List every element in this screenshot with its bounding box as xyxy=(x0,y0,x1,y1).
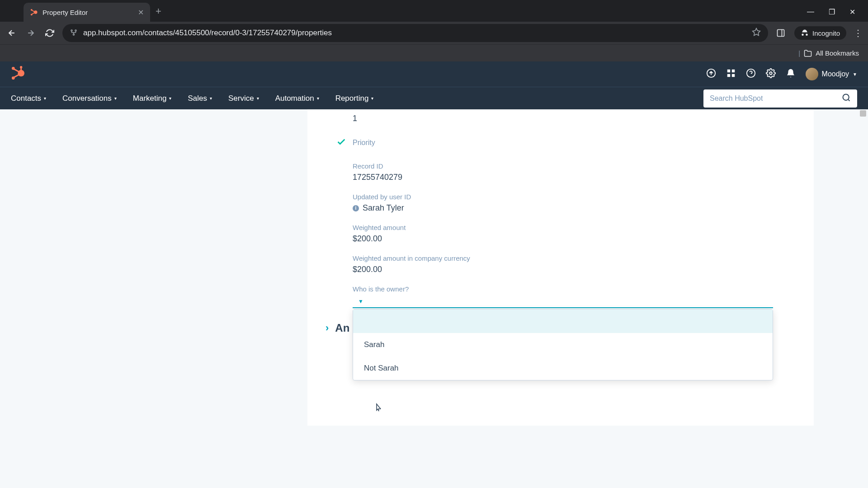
field-owner: Who is the owner? ▼ Sarah Not Sarah xyxy=(353,285,796,308)
svg-marker-6 xyxy=(753,28,760,36)
incognito-label: Incognito xyxy=(812,29,840,37)
check-icon xyxy=(336,137,346,149)
owner-dropdown-menu: Sarah Not Sarah xyxy=(353,309,773,380)
priority-label: Priority xyxy=(353,139,375,147)
hubspot-logo-icon[interactable] xyxy=(11,66,25,82)
field-record-id: Record ID 17255740279 xyxy=(353,162,796,182)
browser-chrome: Property Editor ✕ + — ❐ ✕ app.hubspot.co… xyxy=(0,0,868,61)
field-value: $200.00 xyxy=(353,265,796,274)
chevron-down-icon: ▾ xyxy=(44,96,46,101)
nav-contacts[interactable]: Contacts▾ xyxy=(11,87,54,109)
panel-icon[interactable] xyxy=(774,27,787,39)
browser-toolbar: app.hubspot.com/contacts/45105500/record… xyxy=(0,22,868,44)
forward-button[interactable] xyxy=(24,27,37,39)
svg-rect-7 xyxy=(778,30,784,37)
account-name: Moodjoy xyxy=(822,70,849,78)
nav-automation[interactable]: Automation▾ xyxy=(267,87,327,109)
svg-rect-14 xyxy=(727,70,730,72)
field-updated-by: Updated by user ID i Sarah Tyler xyxy=(353,193,796,213)
svg-point-4 xyxy=(75,30,76,31)
field-label: Weighted amount xyxy=(353,224,796,231)
incognito-badge[interactable]: Incognito xyxy=(794,26,846,40)
avatar xyxy=(806,68,818,80)
maximize-button[interactable]: ❐ xyxy=(829,8,835,16)
tab-title: Property Editor xyxy=(42,9,133,16)
chevron-down-icon: ▾ xyxy=(114,96,117,101)
app-header: Moodjoy ▼ xyxy=(0,61,868,87)
window-controls: — ❐ ✕ xyxy=(807,8,864,16)
svg-point-5 xyxy=(73,34,75,35)
properties-card: 1 Priority Record ID 17255740279 Updated… xyxy=(307,109,814,426)
reload-button[interactable] xyxy=(43,27,56,39)
field-value: $200.00 xyxy=(353,234,796,244)
search-box[interactable] xyxy=(703,89,857,108)
nav-sales[interactable]: Sales▾ xyxy=(179,87,220,109)
bookmark-star-icon[interactable] xyxy=(752,28,761,38)
svg-point-19 xyxy=(769,72,772,75)
field-value: i Sarah Tyler xyxy=(353,203,796,213)
nav-marketing[interactable]: Marketing▾ xyxy=(125,87,180,109)
svg-rect-17 xyxy=(731,74,734,77)
svg-rect-15 xyxy=(731,70,734,72)
section-title: An xyxy=(335,322,349,334)
svg-line-21 xyxy=(848,99,850,101)
priority-row[interactable]: Priority xyxy=(336,137,796,149)
url-text: app.hubspot.com/contacts/45105500/record… xyxy=(83,28,746,38)
bookmarks-bar: | All Bookmarks xyxy=(0,44,868,61)
field-weighted-amount: Weighted amount $200.00 xyxy=(353,224,796,244)
field-value: 17255740279 xyxy=(353,173,796,182)
nav-reporting[interactable]: Reporting▾ xyxy=(327,87,382,109)
svg-point-9 xyxy=(18,70,24,77)
chevron-down-icon: ▾ xyxy=(371,96,373,101)
dropdown-option-not-sarah[interactable]: Not Sarah xyxy=(353,357,773,380)
chevron-right-icon: › xyxy=(326,322,329,334)
notifications-bell-icon[interactable] xyxy=(786,68,796,80)
search-icon[interactable] xyxy=(842,93,851,104)
owner-dropdown-trigger[interactable]: ▼ xyxy=(353,296,773,308)
caret-down-icon: ▼ xyxy=(358,298,363,305)
field-label: Updated by user ID xyxy=(353,193,796,201)
tab-bar: Property Editor ✕ + — ❐ ✕ xyxy=(0,0,868,22)
svg-point-3 xyxy=(71,30,72,31)
app-nav: Contacts▾ Conversations▾ Marketing▾ Sale… xyxy=(0,87,868,109)
chevron-down-icon: ▼ xyxy=(853,72,857,77)
search-input[interactable] xyxy=(710,94,842,103)
scrollbar-thumb[interactable] xyxy=(860,110,866,117)
field-label: Who is the owner? xyxy=(353,285,796,293)
svg-point-20 xyxy=(843,94,849,100)
browser-menu-icon[interactable]: ⋮ xyxy=(854,28,863,38)
scrollbar[interactable] xyxy=(860,109,866,488)
chevron-down-icon: ▾ xyxy=(257,96,259,101)
upgrade-icon[interactable] xyxy=(706,68,716,80)
svg-rect-16 xyxy=(727,74,730,77)
field-weighted-amount-company: Weighted amount in company currency $200… xyxy=(353,254,796,274)
nav-conversations[interactable]: Conversations▾ xyxy=(54,87,125,109)
address-bar[interactable]: app.hubspot.com/contacts/45105500/record… xyxy=(62,24,768,42)
marketplace-icon[interactable] xyxy=(726,68,736,80)
field-label: Record ID xyxy=(353,162,796,170)
nav-service[interactable]: Service▾ xyxy=(220,87,267,109)
account-menu[interactable]: Moodjoy ▼ xyxy=(806,68,857,80)
new-tab-button[interactable]: + xyxy=(156,5,161,17)
folder-icon xyxy=(804,49,812,57)
field-value: 1 xyxy=(353,114,796,123)
info-icon[interactable]: i xyxy=(353,205,359,211)
field-label: Weighted amount in company currency xyxy=(353,254,796,262)
site-info-icon[interactable] xyxy=(70,28,78,38)
all-bookmarks-button[interactable]: All Bookmarks xyxy=(816,49,859,57)
help-icon[interactable] xyxy=(746,68,756,80)
close-window-button[interactable]: ✕ xyxy=(849,8,855,16)
minimize-button[interactable]: — xyxy=(807,8,814,16)
page-body: 1 Priority Record ID 17255740279 Updated… xyxy=(0,109,868,488)
chevron-down-icon: ▾ xyxy=(317,96,319,101)
settings-gear-icon[interactable] xyxy=(766,68,776,80)
dropdown-option-sarah[interactable]: Sarah xyxy=(353,333,773,357)
close-tab-icon[interactable]: ✕ xyxy=(138,8,144,17)
svg-point-0 xyxy=(34,10,38,14)
chevron-down-icon: ▾ xyxy=(210,96,212,101)
browser-tab[interactable]: Property Editor ✕ xyxy=(24,3,150,22)
dropdown-option-empty[interactable] xyxy=(353,310,773,333)
chevron-down-icon: ▾ xyxy=(169,96,171,101)
hubspot-favicon-icon xyxy=(30,8,38,16)
back-button[interactable] xyxy=(5,27,18,39)
